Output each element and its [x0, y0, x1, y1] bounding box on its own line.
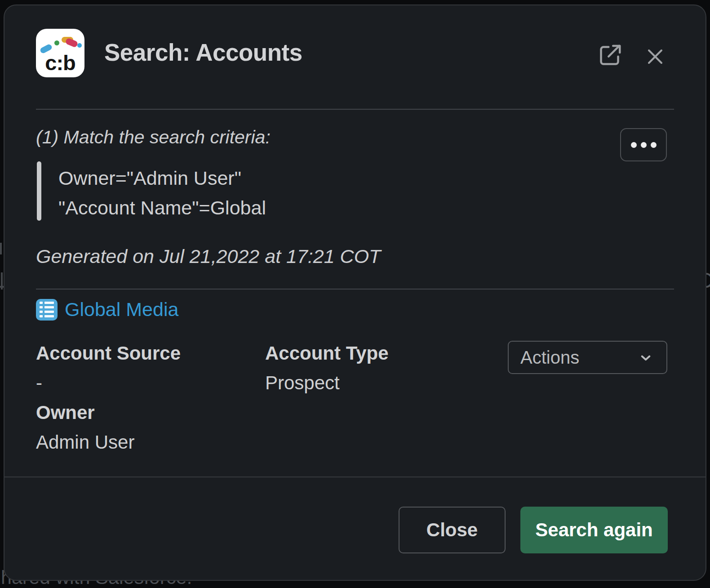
close-button[interactable]: Close	[399, 507, 506, 553]
screen: hared with Salesforce. D c:b Search: Acc…	[0, 0, 710, 588]
footer-divider	[4, 477, 706, 477]
modal-title: Search: Accounts	[104, 40, 302, 66]
open-external-icon[interactable]	[597, 41, 624, 70]
record-link[interactable]: Global Media	[65, 298, 178, 321]
actions-dropdown[interactable]: Actions	[508, 341, 667, 374]
blockquote-bar	[37, 161, 41, 221]
close-icon[interactable]	[644, 46, 666, 69]
content-divider	[36, 289, 674, 290]
app-logo: c:b	[36, 29, 84, 77]
record-list-icon	[36, 299, 58, 321]
logo-dot-red-pill	[65, 37, 78, 48]
ellipsis-icon	[631, 142, 637, 148]
more-options-button[interactable]	[620, 128, 667, 161]
field-label-account-type: Account Type	[265, 343, 389, 364]
logo-dot-blue	[77, 43, 82, 48]
field-label-owner: Owner	[36, 402, 95, 423]
criteria-heading: (1) Match the search criteria:	[36, 127, 271, 148]
logo-dot-green	[54, 40, 59, 45]
field-value-account-source: -	[36, 372, 42, 394]
actions-dropdown-label: Actions	[520, 347, 637, 368]
field-value-owner: Admin User	[36, 432, 134, 453]
field-value-account-type: Prospect	[265, 372, 340, 394]
field-label-account-source: Account Source	[36, 343, 181, 364]
criteria-line: Owner="Admin User"	[58, 163, 266, 193]
criteria-line: "Account Name"=Global	[58, 193, 266, 223]
header-divider	[36, 109, 674, 110]
search-again-button[interactable]: Search again	[520, 507, 668, 553]
app-logo-text: c:b	[36, 50, 84, 75]
record-row: Global Media	[36, 298, 178, 321]
search-criteria-quote: Owner="Admin User" "Account Name"=Global	[58, 163, 266, 223]
search-accounts-modal: c:b Search: Accounts (1) Match the searc…	[4, 4, 706, 581]
generated-timestamp: Generated on Jul 21,2022 at 17:21 COT	[36, 245, 381, 267]
dimmed-background-mark	[0, 243, 2, 254]
chevron-down-icon	[637, 348, 655, 366]
